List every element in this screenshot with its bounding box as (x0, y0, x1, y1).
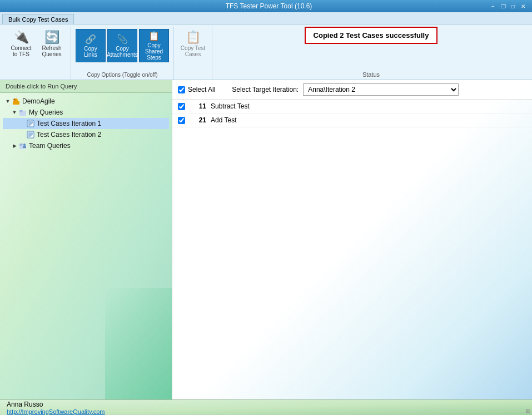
ribbon-copy-buttons: 🔗 CopyLinks 📎 CopyAttachments 📋 CopyShar… (76, 29, 169, 62)
select-all-label[interactable]: Select All (188, 86, 215, 93)
ribbon-group-copy-tc: 📋 Copy TestCases (174, 27, 212, 80)
copy-tc-label: Copy TestCases (181, 45, 205, 57)
window-controls: − ❐ □ ✕ (489, 2, 528, 10)
copy-shared-steps-button[interactable]: 📋 CopyShared Steps (139, 29, 169, 62)
tree-label-demoagile: DemoAgile (22, 97, 55, 105)
right-toolbar: Select All Select Target Iteration: Anna… (172, 80, 532, 100)
connect-to-tfs-button[interactable]: 🔌 Connectto TFS (7, 29, 36, 66)
right-panel: Select All Select Target Iteration: Anna… (172, 80, 532, 399)
test-id-21: 21 (190, 116, 206, 124)
copy-attachments-button[interactable]: 📎 CopyAttachments (107, 29, 137, 62)
footer-link[interactable]: http://ImprovingSoftwareQuality.com (7, 408, 105, 415)
close-button[interactable]: ✕ (519, 2, 528, 10)
resize-handle[interactable]: ⊞ (525, 408, 530, 414)
maximize-button[interactable]: □ (509, 2, 518, 10)
title-bar: TFS Tester Power Tool (10.6) − ❐ □ ✕ (0, 0, 532, 12)
copy-test-cases-button[interactable]: 📋 Copy TestCases (178, 29, 207, 66)
tree-node-tc-iter2[interactable]: ▶ Test Cases Iteration 2 (3, 129, 169, 140)
copy-links-label: CopyLinks (84, 46, 97, 58)
svg-rect-1 (13, 101, 19, 105)
target-iteration-dropdown[interactable]: Anna\Iteration 1 Anna\Iteration 2 Anna\I… (303, 83, 459, 96)
copy-links-icon: 🔗 (85, 34, 96, 45)
query-icon-tc-iter2 (26, 130, 35, 139)
ribbon-connection-buttons: 🔌 Connectto TFS 🔄 RefreshQueries (7, 29, 66, 66)
tree-node-demoagile[interactable]: ▼ DemoAgile (3, 96, 169, 107)
footer-username: Anna Russo (7, 401, 105, 408)
ribbon-group-connection: 🔌 Connectto TFS 🔄 RefreshQueries (2, 27, 71, 80)
target-iteration-label: Select Target Iteration: (232, 86, 299, 93)
target-iteration-area: Select Target Iteration: Anna\Iteration … (232, 83, 459, 96)
select-all-checkbox[interactable] (178, 86, 185, 93)
tree-label-myqueries: My Queries (29, 108, 63, 116)
tree-label-tc-iter2: Test Cases Iteration 2 (37, 131, 101, 139)
test-case-list: 11 Subtract Test 21 Add Test (172, 100, 532, 399)
success-message: Copied 2 Test Cases successfully (305, 27, 438, 44)
refresh-label: RefreshQueries (42, 45, 61, 57)
tab-bar: Bulk Copy Test Cases (0, 12, 532, 24)
restore-button[interactable]: ❐ (499, 2, 508, 10)
ribbon: 🔌 Connectto TFS 🔄 RefreshQueries 🔗 CopyL… (0, 24, 532, 80)
main-content: Double-click to Run Query ▼ DemoAgile ▼ (0, 80, 532, 399)
test-item-21: 21 Add Test (172, 113, 532, 127)
test-checkbox-21[interactable] (178, 117, 185, 124)
copy-tc-icon: 📋 (186, 31, 201, 43)
ribbon-copy-tc-buttons: 📋 Copy TestCases (178, 29, 207, 66)
svg-rect-6 (27, 120, 34, 127)
folder-icon-myqueries (18, 108, 27, 117)
select-all-area: Select All (178, 86, 215, 93)
svg-rect-5 (19, 110, 23, 111)
test-name-11: Subtract Test (211, 102, 250, 110)
refresh-icon: 🔄 (44, 31, 59, 43)
status-label: Status (362, 71, 380, 80)
connect-label: Connectto TFS (11, 45, 31, 57)
test-checkbox-11[interactable] (178, 103, 185, 110)
query-tree: ▼ DemoAgile ▼ (0, 93, 172, 399)
expander-demoagile: ▼ (4, 97, 12, 105)
bulk-copy-tab[interactable]: Bulk Copy Test Cases (2, 14, 74, 24)
expander-teamqueries: ▶ (11, 142, 18, 150)
minimize-button[interactable]: − (489, 2, 498, 10)
copy-attachments-label: CopyAttachments (107, 46, 138, 58)
test-name-21: Add Test (211, 116, 236, 124)
query-panel-header: Double-click to Run Query (0, 80, 172, 93)
expander-myqueries: ▼ (11, 108, 18, 116)
folder-icon-demoagile (12, 97, 21, 106)
test-id-11: 11 (190, 102, 206, 110)
copy-options-label: Copy Options (Toggle on/off) (87, 72, 157, 80)
tree-label-teamqueries: Team Queries (29, 142, 71, 150)
copy-links-button[interactable]: 🔗 CopyLinks (76, 29, 106, 62)
svg-point-2 (13, 98, 16, 101)
svg-point-19 (23, 144, 26, 146)
connect-icon: 🔌 (14, 31, 29, 43)
svg-rect-18 (19, 144, 23, 145)
footer-user: Anna Russo http://ImprovingSoftwareQuali… (7, 401, 105, 415)
query-icon-tc-iter1 (26, 119, 35, 128)
copy-shared-steps-icon: 📋 (148, 31, 160, 41)
tree-label-tc-iter1: Test Cases Iteration 1 (37, 120, 101, 127)
tree-node-tc-iter1[interactable]: ▶ Test Cases Iteration 1 (3, 118, 169, 129)
copy-attachments-icon: 📎 (117, 34, 128, 45)
folder-icon-teamqueries (18, 141, 27, 150)
copy-shared-steps-label: CopyShared Steps (141, 42, 167, 61)
status-section: Copied 2 Test Cases successfully Status (212, 27, 530, 80)
tree-node-myqueries[interactable]: ▼ My Queries (3, 107, 169, 118)
left-panel: Double-click to Run Query ▼ DemoAgile ▼ (0, 80, 172, 399)
footer: Anna Russo http://ImprovingSoftwareQuali… (0, 399, 532, 415)
ribbon-group-copy-options: 🔗 CopyLinks 📎 CopyAttachments 📋 CopyShar… (71, 27, 174, 80)
svg-rect-11 (27, 131, 34, 138)
app-title: TFS Tester Power Tool (10.6) (49, 2, 489, 10)
refresh-queries-button[interactable]: 🔄 RefreshQueries (37, 29, 66, 66)
tree-node-teamqueries[interactable]: ▶ Team Queries (3, 140, 169, 151)
svg-rect-20 (23, 146, 26, 148)
test-item-11: 11 Subtract Test (172, 100, 532, 113)
